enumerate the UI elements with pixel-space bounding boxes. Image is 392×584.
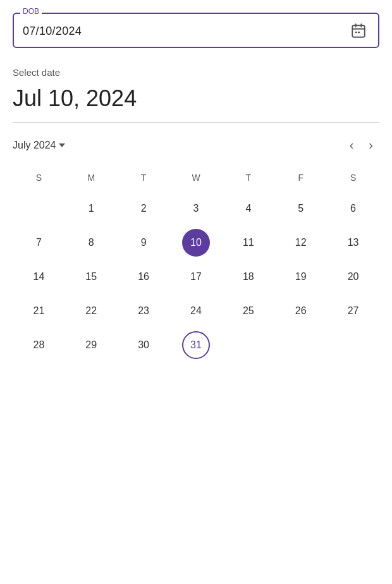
calendar-day-cell[interactable]: 25 xyxy=(222,294,274,328)
calendar-grid: SMTWTFS 12345678910111213141516171819202… xyxy=(13,167,379,362)
big-date-display: Jul 10, 2024 xyxy=(13,85,379,112)
calendar-day-cell[interactable]: 14 xyxy=(13,260,65,294)
calendar-day-cell[interactable]: 5 xyxy=(274,192,327,226)
calendar-day-cell[interactable]: 13 xyxy=(327,226,379,260)
calendar-icon-button[interactable] xyxy=(348,20,369,42)
calendar-day-cell xyxy=(222,328,274,362)
calendar-day-cell[interactable]: 21 xyxy=(13,294,65,328)
dob-label: DOB xyxy=(20,7,42,16)
date-picker-panel: Select date Jul 10, 2024 July 2024 ‹ › S… xyxy=(13,67,379,362)
calendar-day-cell[interactable]: 3 xyxy=(170,192,223,226)
weekday-header-row: SMTWTFS xyxy=(13,167,379,192)
calendar-day-cell[interactable]: 12 xyxy=(274,226,327,260)
calendar-day-cell xyxy=(274,328,327,362)
calendar-day-cell xyxy=(13,192,65,226)
svg-rect-4 xyxy=(355,32,357,33)
calendar-day-cell[interactable]: 26 xyxy=(274,294,327,328)
calendar-week-row: 78910111213 xyxy=(13,226,379,260)
calendar-day-cell[interactable]: 28 xyxy=(13,328,65,362)
calendar-arrows: ‹ › xyxy=(343,135,379,155)
calendar-day-cell[interactable]: 7 xyxy=(13,226,65,260)
month-year-selector[interactable]: July 2024 xyxy=(13,140,65,151)
calendar-day-cell[interactable]: 8 xyxy=(65,226,118,260)
calendar-week-row: 123456 xyxy=(13,192,379,226)
calendar-day-cell[interactable]: 18 xyxy=(222,260,274,294)
calendar-day-cell[interactable]: 27 xyxy=(327,294,379,328)
calendar-day-cell[interactable]: 29 xyxy=(65,328,118,362)
select-date-label: Select date xyxy=(13,67,379,78)
calendar-icon xyxy=(350,23,367,39)
calendar-week-row: 14151617181920 xyxy=(13,260,379,294)
calendar-day-cell[interactable]: 15 xyxy=(65,260,118,294)
dob-field: DOB 07/10/2024 xyxy=(13,13,379,48)
calendar-day-cell[interactable]: 24 xyxy=(170,294,223,328)
calendar-week-row: 28293031 xyxy=(13,328,379,362)
calendar-day-cell[interactable]: 22 xyxy=(65,294,118,328)
weekday-header-cell: M xyxy=(65,167,118,192)
calendar-day-cell[interactable]: 9 xyxy=(118,226,170,260)
dob-value: 07/10/2024 xyxy=(23,25,82,38)
chevron-down-icon xyxy=(59,143,65,147)
calendar-day-cell[interactable]: 17 xyxy=(170,260,223,294)
svg-rect-0 xyxy=(352,25,365,37)
month-year-label: July 2024 xyxy=(13,140,56,151)
weekday-header-cell: W xyxy=(170,167,223,192)
calendar-day-cell xyxy=(327,328,379,362)
calendar-day-cell[interactable]: 23 xyxy=(118,294,170,328)
calendar-day-cell[interactable]: 30 xyxy=(118,328,170,362)
calendar-day-cell[interactable]: 6 xyxy=(327,192,379,226)
weekday-header-cell: S xyxy=(13,167,65,192)
calendar-day-cell[interactable]: 19 xyxy=(274,260,327,294)
calendar-day-cell[interactable]: 20 xyxy=(327,260,379,294)
calendar-day-cell[interactable]: 10 xyxy=(170,226,223,260)
calendar-day-cell[interactable]: 11 xyxy=(222,226,274,260)
calendar-day-cell[interactable]: 31 xyxy=(170,328,223,362)
calendar-navigation: July 2024 ‹ › xyxy=(13,135,379,155)
calendar-day-cell[interactable]: 1 xyxy=(65,192,118,226)
calendar-day-cell[interactable]: 2 xyxy=(118,192,170,226)
weekday-header-cell: S xyxy=(327,167,379,192)
weekday-header-cell: T xyxy=(118,167,170,192)
calendar-day-cell[interactable]: 4 xyxy=(222,192,274,226)
next-month-button[interactable]: › xyxy=(362,135,379,155)
calendar-week-row: 21222324252627 xyxy=(13,294,379,328)
weekday-header-cell: T xyxy=(222,167,274,192)
prev-month-button[interactable]: ‹ xyxy=(343,135,360,155)
weekday-header-cell: F xyxy=(274,167,327,192)
divider xyxy=(13,122,379,123)
svg-rect-5 xyxy=(358,32,360,33)
calendar-day-cell[interactable]: 16 xyxy=(118,260,170,294)
